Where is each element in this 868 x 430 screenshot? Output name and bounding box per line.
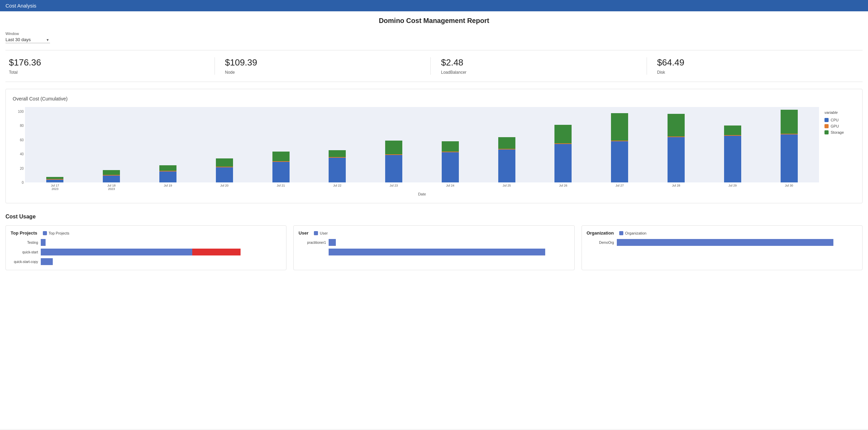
cumulative-chart-container: 100 80 60 40 20 0 Jul 17 2023Jul 18 2 <box>13 107 855 196</box>
hbar-testing: Testing <box>11 239 281 246</box>
x-label: Jul 23 <box>367 184 421 191</box>
user-header: User User <box>298 230 569 236</box>
hbar-user2 <box>298 249 569 255</box>
user-title: User <box>298 230 308 236</box>
x-label: Jul 17 2023 <box>28 184 82 191</box>
bar-cpu <box>385 155 402 182</box>
org-title: Organization <box>587 230 614 236</box>
hbar-quickstart-copy-label: quick-start-copy <box>11 260 38 264</box>
top-projects-chart: Testing quick-start <box>11 239 281 265</box>
app-title: Cost Analysis <box>5 3 36 9</box>
metrics-row: $176.36 Total $109.39 Node $2.48 LoadBal… <box>5 50 863 82</box>
metric-lb: $2.48 LoadBalancer <box>431 57 647 75</box>
bar-storage <box>272 152 290 161</box>
legend-gpu: GPU <box>824 124 855 128</box>
hbar-user2-track <box>329 249 569 255</box>
bar-storage <box>611 113 628 141</box>
user-chart: practitioner1 <box>298 239 569 255</box>
hbar-practitioner1-track <box>329 239 569 246</box>
bar-group <box>141 165 195 182</box>
bar-cpu <box>159 171 176 182</box>
bar-group <box>649 114 704 182</box>
bar-storage <box>724 126 741 135</box>
bar-group <box>536 125 590 182</box>
bar-storage <box>668 114 685 136</box>
bar-group <box>367 141 421 182</box>
hbar-user2-segment <box>329 249 545 255</box>
bar-storage <box>329 150 346 157</box>
metric-total-value: $176.36 <box>9 57 204 68</box>
bar-group <box>479 137 534 182</box>
hbar-quickstart-blue <box>41 249 192 255</box>
hbar-quickstart: quick-start <box>11 249 281 255</box>
legend-storage-label: Storage <box>831 130 844 134</box>
chart-area: 100 80 60 40 20 0 Jul 17 2023Jul 18 2 <box>13 107 819 196</box>
hbar-quickstart-copy-segment <box>41 258 53 265</box>
metric-disk-value: $64.49 <box>657 57 853 68</box>
bar-storage <box>498 137 515 149</box>
top-projects-legend: Top Projects <box>43 231 70 235</box>
hbar-demoorg: DemoOrg <box>587 239 857 246</box>
top-projects-legend-label: Top Projects <box>49 231 70 235</box>
org-chart: DemoOrg <box>587 239 857 246</box>
bar-group <box>84 170 139 182</box>
hbar-testing-track <box>41 239 281 246</box>
cumulative-chart-section: Overall Cost (Cumulative) 100 80 60 40 2… <box>5 89 863 203</box>
cumulative-chart-title: Overall Cost (Cumulative) <box>13 96 855 101</box>
legend-gpu-label: GPU <box>831 124 839 128</box>
hbar-quickstart-label: quick-start <box>11 250 38 254</box>
hbar-demoorg-label: DemoOrg <box>587 241 614 244</box>
gpu-swatch <box>824 124 829 128</box>
x-label: Jul 18 2023 <box>84 184 139 191</box>
user-swatch <box>314 231 318 235</box>
x-label: Jul 20 <box>197 184 252 191</box>
user-panel: User User practitioner1 <box>293 225 574 270</box>
bar-group <box>592 113 647 182</box>
cost-usage-section: Cost Usage Top Projects Top Projects Tes… <box>5 210 863 274</box>
bar-storage <box>103 170 120 175</box>
legend-cpu-label: CPU <box>831 118 839 122</box>
bar-cpu <box>554 144 572 182</box>
x-label: Jul 24 <box>423 184 477 191</box>
x-label: Jul 26 <box>536 184 590 191</box>
y-label-100: 100 <box>13 110 24 114</box>
legend-storage: Storage <box>824 130 855 134</box>
hbar-testing-segment <box>41 239 46 246</box>
bar-cpu <box>498 150 515 182</box>
metric-lb-value: $2.48 <box>441 57 636 68</box>
bar-cpu <box>724 136 741 182</box>
org-header: Organization Organization <box>587 230 857 236</box>
bar-storage <box>781 110 798 134</box>
hbar-quickstart-copy-track <box>41 258 281 265</box>
window-select[interactable]: Last 7 days Last 30 days Last 90 days <box>5 36 50 43</box>
bar-group <box>705 126 760 182</box>
bar-cpu <box>46 180 63 182</box>
top-projects-header: Top Projects Top Projects <box>11 230 281 236</box>
x-label: Jul 21 <box>254 184 308 191</box>
y-label-20: 20 <box>13 167 24 170</box>
x-label: Jul 19 <box>141 184 195 191</box>
user-legend-label: User <box>320 231 328 235</box>
bar-storage <box>159 165 176 171</box>
metric-disk: $64.49 Disk <box>647 57 863 75</box>
y-label-60: 60 <box>13 138 24 142</box>
hbar-practitioner1-segment <box>329 239 336 246</box>
org-legend-label: Organization <box>625 231 646 235</box>
metric-node-value: $109.39 <box>225 57 420 68</box>
hbar-practitioner1: practitioner1 <box>298 239 569 246</box>
bar-group <box>762 110 816 182</box>
hbar-testing-label: Testing <box>11 241 38 244</box>
window-select-wrapper[interactable]: Last 7 days Last 30 days Last 90 days ▼ <box>5 36 50 43</box>
bar-cpu <box>781 134 798 182</box>
chart-legend: variable CPU GPU Storage <box>824 107 855 196</box>
y-label-0: 0 <box>13 181 24 184</box>
org-swatch <box>619 231 623 235</box>
user-legend: User <box>314 231 328 235</box>
x-label: Jul 22 <box>310 184 365 191</box>
metric-disk-label: Disk <box>657 70 853 75</box>
metric-total: $176.36 Total <box>5 57 215 75</box>
x-label: Jul 27 <box>592 184 647 191</box>
x-label: Jul 28 <box>649 184 704 191</box>
x-axis-title: Date <box>25 192 819 196</box>
legend-cpu: CPU <box>824 118 855 122</box>
